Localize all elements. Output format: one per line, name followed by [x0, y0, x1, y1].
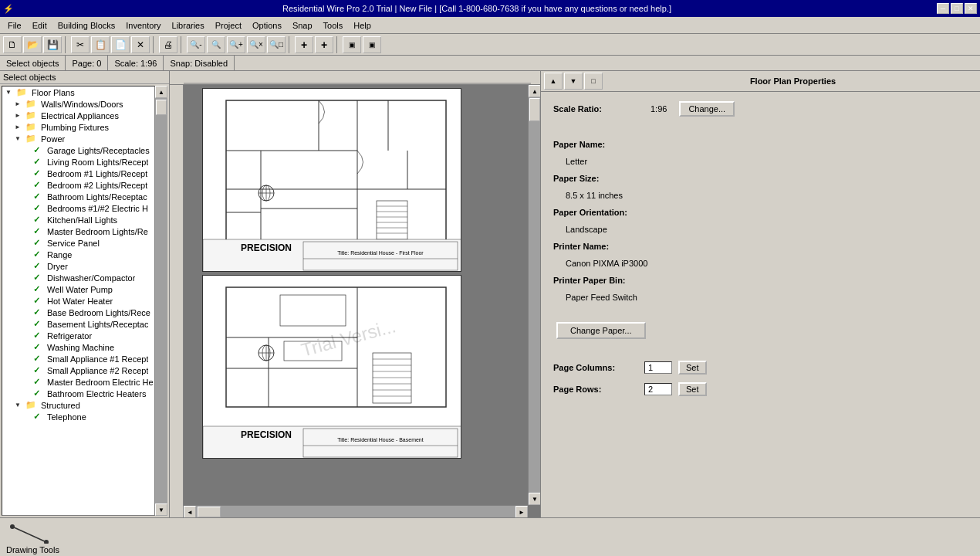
tree-check-icon[interactable]: ✓	[33, 331, 44, 341]
tree-check-icon[interactable]: ✓	[33, 249, 44, 259]
tree-scroll-down[interactable]: ▼	[155, 503, 167, 516]
tree-check-icon[interactable]: ✓	[33, 307, 44, 317]
tree-check-icon[interactable]: ✓	[33, 342, 44, 352]
canvas-hscrollbar[interactable]: ◄ ►	[184, 505, 528, 517]
zoom-area-button[interactable]: 🔍□	[267, 36, 286, 53]
tree-item[interactable]: ✓Dishwasher/Compactor	[2, 272, 154, 283]
page-columns-input[interactable]	[644, 361, 672, 374]
open-button[interactable]: 📂	[23, 36, 42, 53]
change-scale-button[interactable]: Change...	[679, 101, 735, 117]
tree-item[interactable]: ✓Hot Water Heater	[2, 295, 154, 307]
canvas-scroll-down[interactable]: ▼	[529, 493, 540, 505]
menu-snap[interactable]: Snap	[288, 19, 317, 32]
tree-scroll-up[interactable]: ▲	[155, 86, 167, 98]
change-paper-button[interactable]: Change Paper...	[556, 322, 646, 339]
tree-expand-icon[interactable]: ▼	[15, 402, 24, 409]
tree-check-icon[interactable]: ✓	[33, 180, 44, 190]
tree-check-icon[interactable]: ✓	[33, 226, 44, 236]
tree-item[interactable]: ✓Living Room Lights/Recept	[2, 156, 154, 168]
tree-item[interactable]: ✓Small Appliance #2 Recept	[2, 364, 154, 376]
canvas-scroll-right[interactable]: ►	[515, 506, 528, 517]
tree-item[interactable]: ✓Refrigerator	[2, 330, 154, 341]
menu-edit[interactable]: Edit	[28, 19, 52, 32]
zoom-100-button[interactable]: 🔍×	[247, 36, 265, 53]
tree-scroll-thumb[interactable]	[156, 100, 167, 115]
tree-item[interactable]: ✓Basement Lights/Receptac	[2, 318, 154, 330]
delete-button[interactable]: ✕	[131, 36, 150, 53]
canvas-scroll-left[interactable]: ◄	[184, 506, 196, 517]
menu-help[interactable]: Help	[349, 19, 376, 32]
tree-expand-icon[interactable]: ►	[15, 100, 24, 107]
menu-libraries[interactable]: Libraries	[167, 19, 209, 32]
tree-check-icon[interactable]: ✓	[33, 192, 44, 202]
maximize-button[interactable]: □	[951, 3, 963, 14]
tree-expand-icon[interactable]: ►	[15, 124, 24, 131]
tree-check-icon[interactable]: ✓	[33, 145, 44, 155]
menu-building-blocks[interactable]: Building Blocks	[53, 19, 120, 32]
tree-item[interactable]: ►📁Electrical Appliances	[2, 110, 154, 121]
canvas-vscrollbar[interactable]: ▲ ▼	[528, 85, 540, 505]
tree-scrollbar[interactable]: ▲ ▼	[155, 86, 167, 516]
tree-check-icon[interactable]: ✓	[33, 157, 44, 167]
copy-button[interactable]: 📋	[91, 36, 110, 53]
tree-check-icon[interactable]: ✓	[33, 319, 44, 329]
tree-item[interactable]: ▼📁Power	[2, 133, 154, 144]
tree-expand-icon[interactable]: ►	[15, 112, 24, 119]
canvas-vscroll-thumb[interactable]	[529, 98, 540, 121]
tree-item[interactable]: ✓Washing Machine	[2, 341, 154, 353]
zoom-in-button[interactable]: 🔍+	[227, 36, 245, 53]
canvas-main[interactable]: PRECISION Title: Residential House - Fir…	[184, 85, 540, 517]
tree-check-icon[interactable]: ✓	[33, 388, 44, 398]
page-btn2[interactable]: ▣	[363, 36, 381, 53]
tree-check-icon[interactable]: ✓	[33, 203, 44, 213]
tree-item[interactable]: ✓Bedroom #2 Lights/Recept	[2, 179, 154, 191]
menu-tools[interactable]: Tools	[319, 19, 348, 32]
tree-item[interactable]: ▼📁Structured	[2, 399, 154, 411]
tree-item[interactable]: ✓Telephone	[2, 411, 154, 422]
tree-check-icon[interactable]: ✓	[33, 238, 44, 248]
tree-check-icon[interactable]: ✓	[33, 273, 44, 283]
tree-expand-icon[interactable]: ▼	[15, 135, 24, 142]
add-button[interactable]: +	[295, 36, 313, 53]
tree-item[interactable]: ✓Base Bedroom Lights/Rece	[2, 307, 154, 318]
tree-check-icon[interactable]: ✓	[33, 365, 44, 375]
new-button[interactable]: 🗋	[3, 36, 22, 53]
tree-check-icon[interactable]: ✓	[33, 296, 44, 306]
right-down-button[interactable]: ▼	[564, 73, 583, 90]
right-up-button[interactable]: ▲	[544, 73, 563, 90]
tree-item[interactable]: ✓Dryer	[2, 260, 154, 272]
tree-check-icon[interactable]: ✓	[33, 284, 44, 294]
right-view-button[interactable]: □	[584, 73, 603, 90]
save-button[interactable]: 💾	[43, 36, 62, 53]
tree-item[interactable]: ✓Bedrooms #1/#2 Electric H	[2, 202, 154, 214]
menu-file[interactable]: File	[3, 19, 26, 32]
tree-item[interactable]: ✓Well Water Pump	[2, 283, 154, 295]
tree-check-icon[interactable]: ✓	[33, 168, 44, 178]
menu-project[interactable]: Project	[211, 19, 246, 32]
page-rows-set-button[interactable]: Set	[678, 382, 707, 396]
tree-item[interactable]: ✓Master Bedroom Electric He	[2, 376, 154, 388]
menu-options[interactable]: Options	[248, 19, 286, 32]
page-columns-set-button[interactable]: Set	[678, 361, 707, 375]
add2-button[interactable]: +	[315, 36, 333, 53]
close-button[interactable]: ✕	[965, 3, 977, 14]
tree-item[interactable]: ✓Bedroom #1 Lights/Recept	[2, 168, 154, 179]
tree-item[interactable]: ✓Kitchen/Hall Lights	[2, 214, 154, 225]
tree-item[interactable]: ►📁Plumbing Fixtures	[2, 121, 154, 133]
tree-item[interactable]: ✓Small Appliance #1 Recept	[2, 353, 154, 364]
page-btn1[interactable]: ▣	[343, 36, 361, 53]
print-button[interactable]: 🖨	[159, 36, 177, 53]
tree-item[interactable]: ✓Bathroom Lights/Receptac	[2, 191, 154, 202]
tree-item[interactable]: ✓Bathroom Electric Heaters	[2, 388, 154, 399]
tree-item[interactable]: ✓Master Bedroom Lights/Re	[2, 225, 154, 237]
page-rows-input[interactable]	[644, 383, 672, 395]
tree-check-icon[interactable]: ✓	[33, 412, 44, 422]
zoom-out-button[interactable]: 🔍-	[187, 36, 205, 53]
tree-item[interactable]: ▼📁Floor Plans	[2, 86, 154, 98]
cut-button[interactable]: ✂	[71, 36, 90, 53]
canvas-hscroll-thumb[interactable]	[198, 507, 221, 517]
tree-check-icon[interactable]: ✓	[33, 215, 44, 225]
tree-check-icon[interactable]: ✓	[33, 377, 44, 387]
minimize-button[interactable]: ─	[937, 3, 949, 14]
menu-inventory[interactable]: Inventory	[121, 19, 165, 32]
